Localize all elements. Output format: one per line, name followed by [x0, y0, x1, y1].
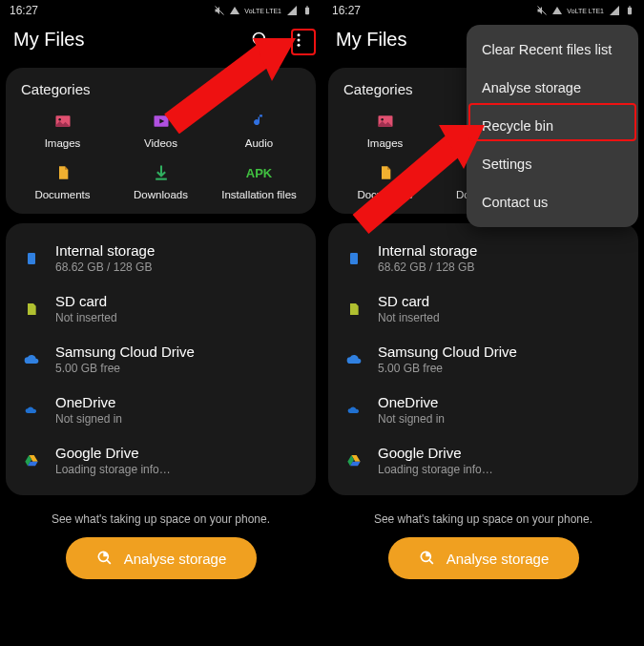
svg-rect-11 — [28, 253, 35, 264]
google-drive-icon — [21, 453, 42, 469]
storage-samsung-cloud[interactable]: Samsung Cloud Drive5.00 GB free — [343, 334, 623, 385]
category-documents[interactable]: Documents — [336, 162, 434, 200]
analyse-storage-button[interactable]: Analyse storage — [388, 537, 579, 579]
images-icon — [375, 111, 396, 132]
storage-google-drive[interactable]: Google DriveLoading storage info… — [343, 435, 623, 486]
storage-sdcard[interactable]: SD cardNot inserted — [343, 283, 623, 334]
storage-card: Internal storage68.62 GB / 128 GB SD car… — [328, 223, 638, 495]
svg-rect-1 — [305, 8, 309, 15]
storage-card: Internal storage 68.62 GB / 128 GB SD ca… — [6, 223, 316, 495]
page-title: My Files — [13, 29, 251, 51]
svg-point-9 — [58, 118, 61, 121]
search-icon[interactable] — [251, 31, 270, 50]
phone-screenshot-left: 16:27 VoLTE LTE1 My Files Categories — [0, 0, 322, 646]
overflow-menu: Clear Recent files list Analyse storage … — [467, 25, 638, 227]
category-images[interactable]: Images — [13, 111, 112, 149]
images-icon — [52, 111, 73, 132]
svg-point-3 — [254, 32, 265, 44]
samsung-cloud-icon — [343, 352, 364, 367]
svg-point-5 — [298, 33, 301, 36]
status-indicators: VoLTE LTE1 — [536, 5, 634, 16]
storage-internal[interactable]: Internal storage 68.62 GB / 128 GB — [21, 233, 301, 283]
svg-line-4 — [263, 42, 267, 46]
videos-icon — [151, 111, 172, 132]
app-header: My Files — [0, 19, 322, 68]
footer-hint: See what's taking up space on your phone… — [0, 512, 322, 526]
category-documents[interactable]: Documents — [13, 162, 112, 200]
status-time: 16:27 — [332, 4, 361, 17]
svg-rect-2 — [306, 6, 308, 7]
svg-point-17 — [381, 118, 384, 121]
category-audio[interactable]: Audio — [210, 111, 308, 149]
footer-hint: See what's taking up space on your phone… — [322, 512, 644, 526]
audio-icon — [249, 111, 270, 132]
status-bar: 16:27 VoLTE LTE1 — [322, 0, 644, 19]
menu-contact-us[interactable]: Contact us — [467, 183, 638, 221]
category-downloads[interactable]: Downloads — [112, 162, 210, 200]
category-videos[interactable]: Videos — [112, 111, 210, 149]
more-options-icon[interactable] — [289, 31, 308, 50]
documents-icon — [375, 162, 396, 183]
analyse-storage-button[interactable]: Analyse storage — [66, 537, 257, 579]
onedrive-icon — [21, 404, 42, 417]
svg-rect-14 — [628, 8, 632, 15]
svg-rect-15 — [629, 6, 631, 7]
menu-analyse-storage[interactable]: Analyse storage — [467, 69, 638, 107]
storage-internal[interactable]: Internal storage68.62 GB / 128 GB — [343, 233, 623, 283]
svg-rect-19 — [350, 253, 358, 264]
menu-clear-recent[interactable]: Clear Recent files list — [467, 31, 638, 69]
storage-sdcard[interactable]: SD card Not inserted — [21, 283, 301, 334]
documents-icon — [52, 162, 73, 183]
menu-settings[interactable]: Settings — [467, 145, 638, 183]
svg-point-7 — [298, 43, 301, 46]
internal-storage-icon — [343, 249, 364, 268]
sdcard-icon — [21, 301, 42, 318]
samsung-cloud-icon — [21, 352, 42, 367]
phone-screenshot-right: 16:27 VoLTE LTE1 My Files Categories Ima… — [322, 0, 644, 646]
storage-samsung-cloud[interactable]: Samsung Cloud Drive 5.00 GB free — [21, 334, 301, 385]
apk-icon: APK — [249, 162, 270, 183]
storage-onedrive[interactable]: OneDrive Not signed in — [21, 385, 301, 435]
status-indicators: VoLTE LTE1 — [214, 5, 312, 16]
category-installation-files[interactable]: APK Installation files — [210, 162, 308, 200]
status-bar: 16:27 VoLTE LTE1 — [0, 0, 322, 19]
storage-onedrive[interactable]: OneDriveNot signed in — [343, 385, 623, 435]
storage-google-drive[interactable]: Google Drive Loading storage info… — [21, 435, 301, 486]
downloads-icon — [151, 162, 172, 183]
categories-title: Categories — [21, 81, 308, 97]
google-drive-icon — [343, 453, 364, 469]
status-time: 16:27 — [10, 4, 38, 17]
categories-card: Categories Images Videos Audio — [6, 68, 316, 214]
internal-storage-icon — [21, 249, 42, 268]
onedrive-icon — [343, 404, 364, 417]
menu-recycle-bin[interactable]: Recycle bin — [467, 107, 638, 145]
sdcard-icon — [343, 301, 364, 318]
svg-point-6 — [298, 38, 301, 41]
category-images[interactable]: Images — [336, 111, 434, 149]
